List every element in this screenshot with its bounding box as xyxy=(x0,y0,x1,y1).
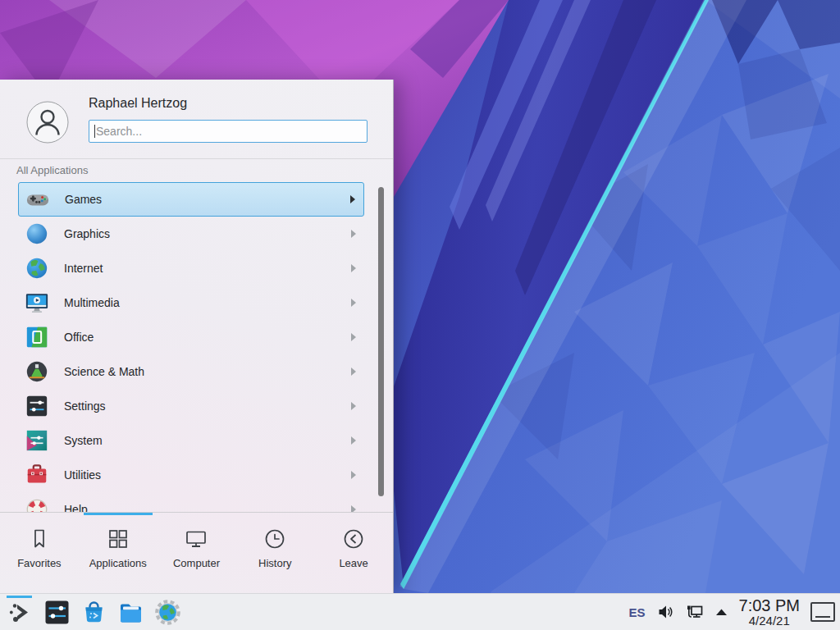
office-document-icon xyxy=(25,325,49,349)
user-name: Raphael Hertzog xyxy=(89,96,187,111)
category-office[interactable]: Office xyxy=(18,320,364,354)
submenu-arrow-icon xyxy=(351,471,356,479)
submenu-arrow-icon xyxy=(351,230,356,238)
tab-leave[interactable]: Leave xyxy=(314,513,393,593)
taskbar-panel: ES 7:03 PM 4/24/21 xyxy=(0,593,840,630)
submenu-arrow-icon xyxy=(351,299,356,307)
category-label: Science & Math xyxy=(64,365,144,378)
globe-gear-icon xyxy=(154,599,181,626)
submenu-arrow-icon xyxy=(351,264,356,272)
leave-icon xyxy=(341,527,366,551)
category-label: Games xyxy=(65,193,102,206)
launcher-header: Raphael Hertzog xyxy=(0,80,393,159)
clock-date: 4/24/21 xyxy=(739,614,800,627)
tab-applications[interactable]: Applications xyxy=(79,513,158,593)
active-tab-indicator xyxy=(84,513,153,515)
tab-favorites[interactable]: Favorites xyxy=(0,513,79,593)
bookmark-icon xyxy=(27,527,52,551)
category-system[interactable]: System xyxy=(18,423,364,458)
globe-icon xyxy=(25,256,49,281)
section-label: All Applications xyxy=(16,164,88,176)
digital-clock[interactable]: 7:03 PM 4/24/21 xyxy=(739,597,800,627)
scrollbar-thumb[interactable] xyxy=(378,187,384,496)
tab-label: Applications xyxy=(89,557,147,569)
file-manager-button[interactable] xyxy=(117,599,144,626)
submenu-arrow-icon xyxy=(350,195,355,203)
tab-label: Leave xyxy=(339,557,368,569)
submenu-arrow-icon xyxy=(351,368,356,376)
category-label: Internet xyxy=(64,262,103,275)
category-games[interactable]: Games xyxy=(18,182,364,217)
active-app-indicator xyxy=(7,596,32,598)
keyboard-layout-indicator[interactable]: ES xyxy=(629,605,646,619)
show-desktop-button[interactable] xyxy=(810,602,835,622)
clock-time: 7:03 PM xyxy=(739,597,800,614)
sphere-icon xyxy=(25,221,49,246)
system-tray: ES 7:03 PM 4/24/21 xyxy=(629,597,836,627)
discover-bag-icon xyxy=(80,599,107,626)
text-caret xyxy=(94,125,95,138)
folder-icon xyxy=(117,599,144,626)
expand-arrow-icon[interactable] xyxy=(714,607,728,617)
app-launcher-button[interactable] xyxy=(7,599,34,626)
settings-app-icon xyxy=(43,599,71,626)
user-avatar[interactable] xyxy=(26,101,69,144)
network-icon[interactable] xyxy=(685,603,704,621)
submenu-arrow-icon xyxy=(351,333,356,341)
media-screen-icon xyxy=(25,290,49,315)
category-label: Settings xyxy=(64,399,106,413)
computer-icon xyxy=(184,527,208,551)
system-settings-button[interactable] xyxy=(43,599,71,626)
tab-label: Computer xyxy=(173,557,220,569)
discover-button[interactable] xyxy=(80,599,107,626)
toolbox-icon xyxy=(25,463,49,487)
submenu-arrow-icon xyxy=(351,402,356,410)
category-label: Office xyxy=(64,331,94,344)
category-graphics[interactable]: Graphics xyxy=(18,217,364,251)
tab-computer[interactable]: Computer xyxy=(158,513,236,593)
category-internet[interactable]: Internet xyxy=(18,251,364,285)
submenu-arrow-icon xyxy=(351,436,356,445)
kickoff-icon xyxy=(7,599,34,626)
tab-label: Favorites xyxy=(17,557,61,569)
category-label: Graphics xyxy=(64,227,110,240)
volume-icon[interactable] xyxy=(656,603,674,621)
tab-label: History xyxy=(258,557,291,569)
category-settings[interactable]: Settings xyxy=(18,389,364,423)
category-label: Multimedia xyxy=(64,296,120,309)
system-sliders-icon xyxy=(25,428,49,453)
flask-icon xyxy=(25,359,49,384)
category-help[interactable]: Help xyxy=(18,492,364,513)
settings-sliders-icon xyxy=(25,394,49,418)
category-label: Utilities xyxy=(64,468,101,482)
category-list: Games Graphics xyxy=(0,182,393,513)
application-launcher-menu: Raphael Hertzog All Applications xyxy=(0,80,394,593)
launcher-footer: Favorites Applications Computer xyxy=(0,512,393,593)
search-input[interactable] xyxy=(89,120,368,143)
web-browser-button[interactable] xyxy=(154,599,181,626)
lifebuoy-icon xyxy=(25,497,49,513)
taskbar-app-icons xyxy=(7,599,181,626)
gamepad-icon xyxy=(25,187,50,212)
category-utilities[interactable]: Utilities xyxy=(18,458,364,492)
category-label: System xyxy=(64,434,103,447)
tab-history[interactable]: History xyxy=(235,513,314,593)
category-multimedia[interactable]: Multimedia xyxy=(18,285,364,320)
history-clock-icon xyxy=(262,527,287,551)
category-science-math[interactable]: Science & Math xyxy=(18,354,364,389)
app-grid-icon xyxy=(106,527,130,551)
search-box xyxy=(89,120,368,143)
